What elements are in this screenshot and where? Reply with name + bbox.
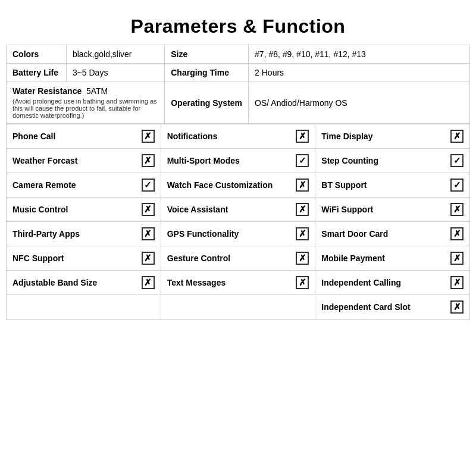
feature-cell: Voice Assistant bbox=[161, 198, 315, 222]
feature-name: Adjustable Band Size bbox=[12, 278, 137, 287]
water-value: 5ATM bbox=[86, 86, 108, 96]
feature-checkbox bbox=[450, 130, 464, 143]
feature-checkbox bbox=[296, 154, 309, 167]
feature-checkbox bbox=[142, 178, 155, 192]
water-label: Water Resistance bbox=[12, 86, 82, 96]
feature-cell: Text Messages bbox=[161, 271, 315, 295]
feature-checkbox bbox=[450, 178, 464, 192]
feature-name: Independent Calling bbox=[321, 278, 446, 287]
feature-cell: Gesture Control bbox=[161, 246, 315, 271]
feature-cell: BT Support bbox=[315, 173, 470, 198]
feature-cell: Notifications bbox=[161, 124, 315, 149]
feature-name: NFC Support bbox=[12, 253, 137, 263]
feature-checkbox bbox=[142, 154, 155, 167]
feature-name: Phone Call bbox=[12, 131, 137, 141]
size-label: Size bbox=[171, 49, 187, 59]
feature-checkbox bbox=[296, 178, 309, 192]
feature-name: Time Display bbox=[321, 131, 446, 141]
colors-value: black,gold,sliver bbox=[73, 49, 132, 59]
feature-name: Third-Party Apps bbox=[12, 229, 137, 239]
feature-cell: Step Counting bbox=[315, 149, 470, 173]
feature-checkbox bbox=[450, 276, 464, 289]
feature-checkbox bbox=[296, 252, 309, 265]
feature-name: Music Control bbox=[12, 205, 137, 214]
feature-cell: Music Control bbox=[7, 198, 161, 222]
feature-cell: Independent Card Slot bbox=[315, 295, 470, 320]
feature-cell: Adjustable Band Size bbox=[7, 271, 161, 295]
feature-cell: Mobile Payment bbox=[315, 246, 470, 271]
params-table: Colors black,gold,sliver Size #7, #8, #9… bbox=[6, 45, 470, 124]
feature-name: WiFi Support bbox=[321, 205, 446, 214]
feature-checkbox bbox=[142, 227, 155, 240]
colors-label: Colors bbox=[12, 49, 39, 59]
feature-cell: Camera Remote bbox=[7, 173, 161, 198]
feature-name: Camera Remote bbox=[12, 180, 137, 190]
feature-name: Smart Door Card bbox=[321, 229, 446, 239]
feature-name: Notifications bbox=[167, 131, 292, 141]
page-title: Parameters & Function bbox=[6, 6, 470, 45]
feature-name: Independent Card Slot bbox=[321, 302, 446, 312]
feature-cell: WiFi Support bbox=[315, 198, 470, 222]
feature-name: Step Counting bbox=[321, 156, 446, 165]
feature-checkbox bbox=[450, 300, 464, 314]
feature-checkbox bbox=[296, 130, 309, 143]
os-label: Operating System bbox=[171, 98, 242, 108]
feature-name: Voice Assistant bbox=[167, 205, 292, 214]
feature-cell: GPS Functionality bbox=[161, 222, 315, 246]
feature-checkbox bbox=[142, 252, 155, 265]
feature-name: Text Messages bbox=[167, 278, 292, 287]
feature-cell bbox=[161, 295, 315, 320]
feature-checkbox bbox=[450, 252, 464, 265]
feature-checkbox bbox=[450, 227, 464, 240]
feature-checkbox bbox=[142, 276, 155, 289]
feature-name: BT Support bbox=[321, 180, 446, 190]
feature-cell: Independent Calling bbox=[315, 271, 470, 295]
feature-cell bbox=[7, 295, 161, 320]
feature-cell: Phone Call bbox=[7, 124, 161, 149]
feature-cell: Third-Party Apps bbox=[7, 222, 161, 246]
feature-checkbox bbox=[142, 130, 155, 143]
battery-value: 3~5 Days bbox=[73, 68, 108, 77]
feature-cell: Multi-Sport Modes bbox=[161, 149, 315, 173]
feature-checkbox bbox=[296, 276, 309, 289]
feature-name: GPS Functionality bbox=[167, 229, 292, 239]
feature-checkbox bbox=[296, 203, 309, 216]
feature-name: Weather Forcast bbox=[12, 156, 137, 165]
feature-name: Mobile Payment bbox=[321, 253, 446, 263]
feature-cell: Smart Door Card bbox=[315, 222, 470, 246]
feature-checkbox bbox=[142, 203, 155, 216]
feature-name: Gesture Control bbox=[167, 253, 292, 263]
battery-label: Battery Life bbox=[12, 68, 58, 77]
feature-cell: NFC Support bbox=[7, 246, 161, 271]
water-note: (Avoid prolonged use in bathing and swim… bbox=[12, 98, 158, 119]
feature-name: Watch Face Customization bbox=[167, 180, 292, 190]
features-table: Phone CallNotificationsTime DisplayWeath… bbox=[6, 124, 470, 320]
feature-name: Multi-Sport Modes bbox=[167, 156, 292, 165]
feature-checkbox bbox=[450, 154, 464, 167]
feature-checkbox bbox=[450, 203, 464, 216]
os-value: OS/ Andiod/Harmony OS bbox=[255, 98, 347, 108]
charging-value: 2 Hours bbox=[255, 68, 284, 77]
feature-cell: Weather Forcast bbox=[7, 149, 161, 173]
size-value: #7, #8, #9, #10, #11, #12, #13 bbox=[255, 49, 366, 59]
feature-checkbox bbox=[296, 227, 309, 240]
charging-label: Charging Time bbox=[171, 68, 229, 77]
feature-cell: Time Display bbox=[315, 124, 470, 149]
feature-cell: Watch Face Customization bbox=[161, 173, 315, 198]
